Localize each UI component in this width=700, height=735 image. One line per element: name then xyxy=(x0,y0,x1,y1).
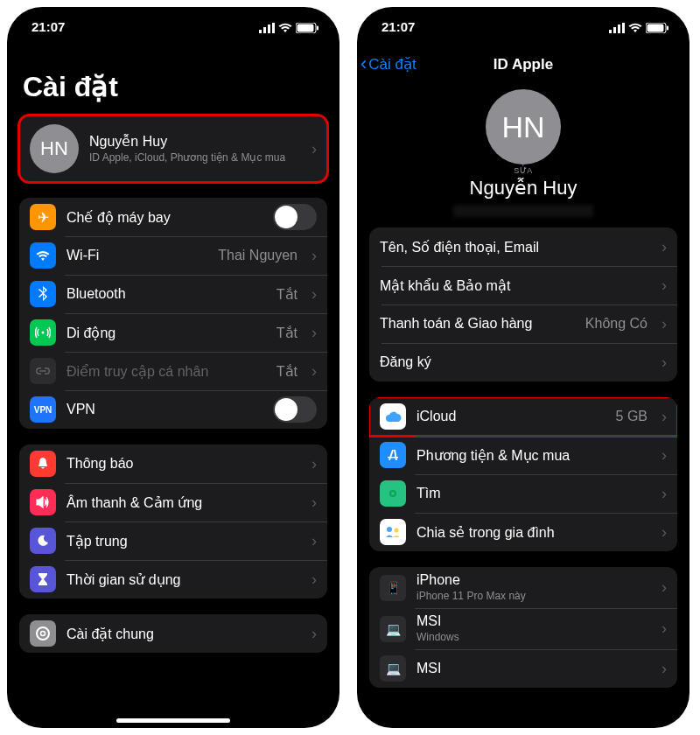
vpn-row[interactable]: VPN VPN xyxy=(19,390,327,429)
general-row[interactable]: Cài đặt chung › xyxy=(19,614,327,653)
icloud-value: 5 GB xyxy=(616,409,648,424)
svg-point-7 xyxy=(42,332,45,334)
wifi-icon xyxy=(628,21,642,32)
chevron-right-icon: › xyxy=(662,660,667,678)
svg-point-9 xyxy=(41,632,46,636)
wifi-row[interactable]: Wi-Fi Thai Nguyen › xyxy=(19,236,327,275)
device-name: iPhone xyxy=(416,572,651,588)
chevron-right-icon: › xyxy=(312,625,317,643)
media-row[interactable]: Phương tiện & Mục mua › xyxy=(369,436,677,474)
profile-row-group: HN Nguyễn Huy ID Apple, iCloud, Phương t… xyxy=(19,116,327,182)
family-row[interactable]: Chia sẻ trong gia đình › xyxy=(369,513,677,551)
svg-rect-0 xyxy=(259,30,262,33)
status-time: 21:07 xyxy=(32,19,65,34)
back-button[interactable]: ‹ Cài đặt xyxy=(360,54,416,74)
profile-row[interactable]: HN Nguyễn Huy ID Apple, iCloud, Phương t… xyxy=(19,116,327,182)
status-time: 21:07 xyxy=(382,19,415,34)
notifications-row[interactable]: Thông báo › xyxy=(19,444,327,483)
bluetooth-icon xyxy=(30,281,56,307)
hotspot-icon xyxy=(30,358,56,384)
profile-email-redacted xyxy=(453,205,593,217)
home-indicator[interactable] xyxy=(116,718,230,723)
wifi-value: Thai Nguyen xyxy=(218,248,298,263)
iphone-device-icon: 📱 xyxy=(380,575,406,601)
avatar-large[interactable]: HN SỬA xyxy=(486,89,561,164)
device-label: MSI Windows xyxy=(416,613,651,644)
profile-subtitle: ID Apple, iCloud, Phương tiện & Mục mua xyxy=(89,151,301,164)
bluetooth-row[interactable]: Bluetooth Tắt › xyxy=(19,275,327,313)
device-iphone-row[interactable]: 📱 iPhone iPhone 11 Pro Max này › xyxy=(369,567,677,608)
payment-label: Thanh toán & Giao hàng xyxy=(380,316,575,332)
settings-content: Cài đặt HN Nguyễn Huy ID Apple, iCloud, … xyxy=(7,46,340,728)
chevron-right-icon: › xyxy=(662,354,667,372)
device-msi2-row[interactable]: 💻 MSI › xyxy=(369,649,677,688)
profile-label: Nguyễn Huy ID Apple, iCloud, Phương tiện… xyxy=(89,133,301,164)
airplane-row[interactable]: ✈ Chế độ máy bay xyxy=(19,198,327,236)
phone-appleid: 21:07 ‹ Cài đặt ID Apple HN SỬA Nguyễn H xyxy=(357,7,690,728)
cellular-signal-icon xyxy=(609,21,625,32)
chevron-right-icon: › xyxy=(312,247,317,265)
contact-label: Tên, Số điện thoại, Email xyxy=(380,239,651,256)
payment-row[interactable]: Thanh toán & Giao hàng Không Có › xyxy=(369,304,677,343)
hourglass-icon xyxy=(30,566,56,592)
svg-rect-15 xyxy=(648,24,664,32)
nav-bar: ‹ Cài đặt ID Apple xyxy=(357,46,690,84)
phone-settings: 21:07 Cài đặt HN Nguyễn Huy ID Apple, iC… xyxy=(7,7,340,728)
sounds-row[interactable]: Âm thanh & Cảm ứng › xyxy=(19,483,327,522)
airplane-icon: ✈ xyxy=(30,204,56,230)
svg-rect-3 xyxy=(272,23,275,33)
status-bar: 21:07 xyxy=(357,7,690,46)
hotspot-row[interactable]: Điểm truy cập cá nhân Tắt › xyxy=(19,352,327,390)
svg-rect-12 xyxy=(618,24,620,33)
screentime-row[interactable]: Thời gian sử dụng › xyxy=(19,560,327,598)
vpn-toggle[interactable] xyxy=(273,396,317,423)
media-label: Phương tiện & Mục mua xyxy=(416,447,651,464)
contact-row[interactable]: Tên, Số điện thoại, Email › xyxy=(369,228,677,266)
cellular-label: Di động xyxy=(66,325,266,341)
icloud-label: iCloud xyxy=(416,409,606,424)
appleid-content: HN SỬA Nguyễn Huy Tên, Số điện thoại, Em… xyxy=(357,84,690,728)
chevron-right-icon: › xyxy=(662,315,667,333)
general-group: Cài đặt chung › xyxy=(19,614,327,653)
cellular-icon xyxy=(30,319,56,346)
device-msi-row[interactable]: 💻 MSI Windows › xyxy=(369,608,677,649)
device-sub: iPhone 11 Pro Max này xyxy=(416,590,651,603)
screentime-label: Thời gian sử dụng xyxy=(66,571,301,588)
family-icon xyxy=(380,519,406,545)
services-group: iCloud 5 GB › Phương tiện & Mục mua › Tì… xyxy=(369,397,677,551)
svg-rect-10 xyxy=(609,30,612,33)
security-row[interactable]: Mật khẩu & Bảo mật › xyxy=(369,266,677,304)
status-right xyxy=(259,21,318,32)
chevron-right-icon: › xyxy=(662,238,667,256)
profile-block: HN SỬA Nguyễn Huy xyxy=(369,89,677,217)
chevron-right-icon: › xyxy=(312,455,317,473)
profile-name: Nguyễn Huy xyxy=(89,133,301,150)
chevron-right-icon: › xyxy=(312,494,317,512)
sounds-label: Âm thanh & Cảm ứng xyxy=(66,494,301,511)
chevron-right-icon: › xyxy=(662,523,667,542)
svg-rect-6 xyxy=(317,26,318,31)
focus-row[interactable]: Tập trung › xyxy=(19,522,327,560)
device-label: MSI xyxy=(416,661,651,676)
status-bar: 21:07 xyxy=(7,7,340,46)
moon-icon xyxy=(30,528,56,554)
subscriptions-row[interactable]: Đăng ký › xyxy=(369,343,677,382)
svg-rect-1 xyxy=(263,27,266,33)
findmy-row[interactable]: Tìm › xyxy=(369,474,677,513)
device-name: MSI xyxy=(416,613,651,629)
avatar-edit-label[interactable]: SỬA xyxy=(486,166,561,175)
general-label: Cài đặt chung xyxy=(66,626,301,642)
svg-point-8 xyxy=(37,627,49,640)
airplane-toggle[interactable] xyxy=(273,204,317,230)
device-label: iPhone iPhone 11 Pro Max này xyxy=(416,572,651,603)
chevron-left-icon: ‹ xyxy=(360,54,367,74)
findmy-label: Tìm xyxy=(416,486,651,501)
chevron-right-icon: › xyxy=(662,620,667,638)
devices-group: 📱 iPhone iPhone 11 Pro Max này › 💻 MSI W… xyxy=(369,567,677,688)
icloud-row[interactable]: iCloud 5 GB › xyxy=(369,397,677,436)
gear-icon xyxy=(30,620,56,647)
chevron-right-icon: › xyxy=(312,324,317,342)
avatar: HN xyxy=(30,124,79,173)
back-label: Cài đặt xyxy=(368,55,416,74)
cellular-row[interactable]: Di động Tắt › xyxy=(19,313,327,352)
